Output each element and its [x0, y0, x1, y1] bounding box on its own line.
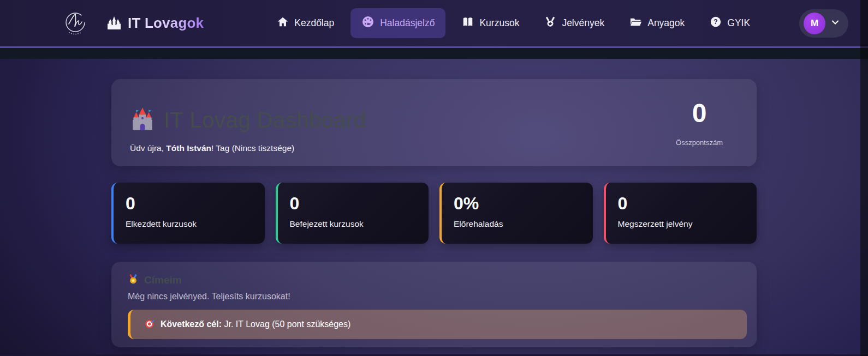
gauge-icon	[361, 15, 374, 31]
nav-item-kezdolap[interactable]: Kezdőlap	[268, 9, 343, 38]
medal-icon	[544, 16, 556, 31]
vertical-scrollbar[interactable]	[860, 0, 868, 356]
target-emoji-icon	[145, 318, 155, 331]
welcome-text: Üdv újra, Tóth István! Tag (Nincs tiszts…	[130, 143, 366, 153]
user-menu[interactable]: M	[799, 9, 848, 38]
brand-name: IT Lovagok	[128, 15, 204, 32]
avatar: M	[804, 13, 825, 34]
stat-card-progress: 0% Előrehaladás	[439, 183, 593, 244]
nav-item-jelvenyek[interactable]: Jelvények	[536, 9, 613, 38]
nav-item-haladasjelzo[interactable]: Haladásjelző	[350, 8, 445, 38]
svg-text:?: ?	[714, 18, 718, 26]
page-title: IT Lovag Dashboard	[164, 108, 366, 132]
chevron-down-icon	[831, 18, 840, 29]
badges-card: Címeim Még nincs jelvényed. Teljesíts ku…	[111, 262, 757, 347]
home-icon	[277, 16, 289, 31]
next-goal-banner: Következő cél: Jr. IT Lovag (50 pont szü…	[128, 310, 747, 339]
gold-medal-emoji-icon	[128, 274, 139, 287]
main-nav: Kezdőlap Haladásjelző	[268, 8, 759, 38]
badges-title: Címeim	[144, 274, 182, 286]
total-points-value: 0	[676, 100, 723, 126]
badges-empty-message: Még nincs jelvényed. Teljesíts kurzusoka…	[128, 292, 740, 301]
help-circle-icon: ?	[710, 16, 722, 31]
book-icon	[462, 16, 474, 31]
stat-card-completed-courses: 0 Befejezett kurzusok	[276, 183, 429, 244]
total-points-label: Összpontszám	[676, 138, 723, 147]
castle-emoji-icon	[130, 106, 155, 134]
stat-card-badges-earned: 0 Megszerzett jelvény	[604, 183, 757, 244]
nav-item-gyik[interactable]: ? GYIK	[701, 9, 759, 38]
user-name: Tóth István	[166, 143, 211, 153]
stat-card-started-courses: 0 Elkezdett kurzusok	[111, 183, 265, 244]
nav-item-anyagok[interactable]: Anyagok	[621, 9, 693, 38]
header-shadow-strip	[0, 48, 868, 59]
brand[interactable]: IT Lovagok	[61, 9, 204, 38]
castle-icon	[106, 15, 122, 32]
dashboard-hero-card: IT Lovag Dashboard Üdv újra, Tóth István…	[111, 79, 757, 166]
next-goal-text: Következő cél: Jr. IT Lovag (50 pont szü…	[160, 319, 350, 329]
main-content: IT Lovag Dashboard Üdv újra, Tóth István…	[0, 59, 868, 354]
signature-logo-icon	[61, 9, 90, 38]
stats-row: 0 Elkezdett kurzusok 0 Befejezett kurzus…	[111, 183, 757, 244]
top-navbar: IT Lovagok Kezdőlap Haladásjelző	[0, 0, 868, 48]
nav-item-kurzusok[interactable]: Kurzusok	[453, 9, 528, 38]
folder-icon	[629, 16, 642, 31]
